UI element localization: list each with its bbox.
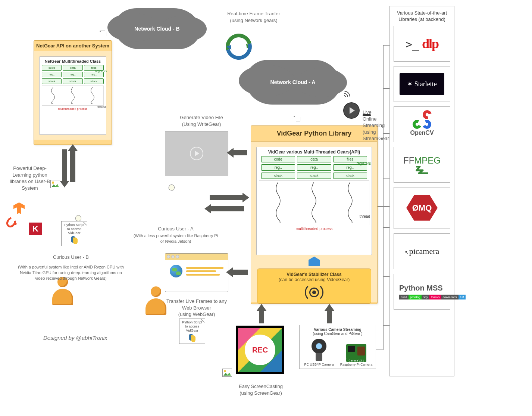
- camera-title-b: (using CamGear and PiGear ): [302, 332, 373, 336]
- mt-cell: reg..: [42, 72, 62, 77]
- stabilizer-icon: [306, 285, 322, 300]
- streamgear-sub: (using StreamGear): [363, 129, 385, 142]
- webgear-sub: (using WebGear): [161, 311, 232, 318]
- image-output-icon: [222, 369, 232, 377]
- user-a-desc: (With a less powerful system like Raspbe…: [133, 233, 219, 244]
- dlp-text: dlp: [422, 36, 438, 52]
- webcam-icon: [310, 339, 328, 361]
- backend-header: Various State-of-the-art Libraries (at b…: [394, 10, 450, 23]
- idea-icon: [168, 184, 175, 191]
- lib-yt-dlp: >_ dlp: [394, 26, 450, 62]
- picamera-text: picamera: [405, 246, 439, 256]
- arrow-from-camera: [327, 309, 332, 323]
- arrow-down: [62, 149, 67, 182]
- badge: say: [422, 295, 429, 299]
- connector: [383, 325, 389, 326]
- stab-sub: (can be accessed using VideoGear): [279, 277, 350, 282]
- badge: 1M: [459, 295, 466, 299]
- camera-rpi-label: Raspberry Pi Camera: [339, 363, 373, 366]
- arrow-up: [70, 149, 75, 182]
- camera-title-a: Various Camera Streaming: [302, 327, 373, 332]
- python-icon: [70, 236, 78, 244]
- writegear-label: Generate Video File (Using WriteGear): [168, 114, 235, 127]
- camera-panel: Various Camera Streaming (using CamGear …: [299, 325, 376, 369]
- pytorch-icon: [7, 217, 16, 228]
- writegear-sub: (Using WriteGear): [168, 121, 235, 128]
- screengear-label: Easy ScreenCasting (using ScreenGear): [225, 383, 296, 396]
- mt-cell: stack: [63, 78, 82, 84]
- zmq-text: ØMQ: [406, 194, 438, 222]
- user-b-script: Python Script to access VidGear: [61, 221, 87, 246]
- netgear-title: NetGear API on another System: [34, 41, 112, 51]
- frame-transfer-title: Real-time Frame Tranfer: [216, 10, 291, 17]
- webgear-browser: [165, 253, 228, 292]
- starlette-text: Starlette: [414, 80, 437, 88]
- user-b-name: Curious User - B: [30, 254, 112, 261]
- connector: [383, 276, 389, 277]
- cloud-a-label: Network Cloud - A: [270, 79, 316, 85]
- connector: [383, 88, 389, 89]
- frame-transfer-label: Real-time Frame Tranfer (using Network g…: [216, 10, 291, 24]
- connector: [378, 206, 389, 207]
- thread-annot: thread: [360, 214, 370, 218]
- python-icon: [188, 334, 196, 342]
- badge: build: [399, 295, 409, 299]
- connector: [383, 178, 389, 178]
- tensorflow-icon: [13, 202, 25, 214]
- connector: [383, 227, 389, 228]
- vidgear-card: VidGear various Multi-Threaded Gears(API…: [256, 147, 372, 255]
- hex-arrow-icon: [309, 257, 320, 266]
- badge: passing: [409, 295, 422, 299]
- streamgear-title: Live Online Streaming: [363, 109, 385, 129]
- netgear-panel: NetGear API on another System NetGear Mu…: [34, 40, 112, 145]
- user-a-name: Curious User - A: [133, 226, 219, 232]
- mt-cell: stack: [42, 78, 62, 84]
- camera-pc-label: PC USB/IP Camera: [302, 363, 336, 366]
- screengear-tile: REC: [236, 326, 284, 374]
- screengear-title: Easy ScreenCasting: [225, 383, 296, 390]
- connector: [376, 350, 384, 350]
- mt-cell: code: [42, 65, 62, 71]
- cloud-b-label: Network Cloud - B: [134, 26, 179, 32]
- lib-starlette: ✶ Starlette: [394, 66, 450, 102]
- netgear-card-title: NetGear Multithreaded Class: [42, 59, 104, 63]
- vidgear-card-title: VidGear various Multi-Threaded Gears(API…: [259, 149, 369, 155]
- stabilizer-box: VidGear's Stabilizer Class (can be acces…: [257, 268, 371, 304]
- mt-cell: data: [63, 65, 82, 71]
- writegear-box: [165, 131, 228, 176]
- lib-opencv: OpenCV: [394, 106, 450, 142]
- badge: thanks: [429, 295, 441, 299]
- sync-icon: [226, 34, 252, 60]
- vidgear-panel: VidGear Python Library VidGear various M…: [251, 125, 378, 304]
- streamgear-label: Live Online Streaming (using StreamGear): [318, 109, 385, 142]
- idea-icon: [75, 215, 81, 221]
- thread-wave: [259, 180, 369, 225]
- vidgear-foot: multithreaded process: [259, 227, 369, 231]
- user-a-script: Python Script to access VidGear: [179, 319, 205, 344]
- mt-cell: stack: [333, 173, 367, 179]
- mt-cell: reg..: [261, 164, 295, 171]
- frame-transfer-sub: (using Network gears): [216, 17, 291, 24]
- thread-annot: thread: [97, 105, 106, 109]
- rec-circle: REC: [245, 335, 275, 365]
- connector: [383, 45, 389, 46]
- opencv-text: OpenCV: [410, 130, 434, 136]
- dlp-prompt: >_: [406, 38, 419, 51]
- netgear-card: NetGear Multithreaded Class code data fi…: [39, 56, 106, 135]
- arrow-from-screengear: [259, 309, 264, 323]
- dl-note: Powerful Deep-Learning python libraries …: [4, 165, 56, 191]
- mt-cell: reg..: [297, 164, 331, 171]
- popout-icon: ↖: [101, 31, 107, 37]
- mt-cell: stack: [297, 173, 331, 179]
- arrow-to-webgear: [231, 270, 248, 275]
- credit-text: Designed by @abhiTronix: [43, 335, 107, 341]
- writegear-title: Generate Video File: [168, 114, 235, 121]
- arrow-ua-left: [210, 206, 244, 211]
- popout-icon: ↖: [295, 116, 301, 122]
- webgear-title: Transfer Live Frames to any Web Browser: [161, 298, 232, 311]
- user-a-script-text: Python Script to access VidGear: [181, 320, 203, 332]
- screengear-sub: (using ScreenGear): [225, 390, 296, 397]
- cloud-a: Network Cloud - A: [246, 60, 339, 105]
- connector: [383, 45, 384, 350]
- reg-annot: registers: [95, 69, 107, 73]
